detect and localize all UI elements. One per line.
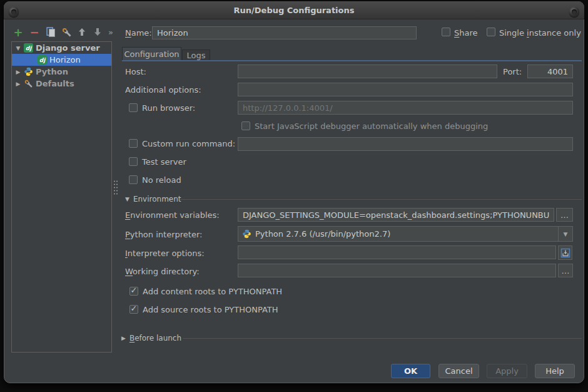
environment-section-toggle[interactable]: ▼ Environment — [125, 195, 181, 204]
chevron-right-icon: ▶ — [121, 335, 126, 341]
window-control-right-icon[interactable] — [569, 7, 579, 17]
start-js-debugger-checkbox[interactable]: ✓ — [241, 121, 250, 130]
share-checkbox[interactable]: ✓ — [442, 28, 450, 36]
run-debug-configurations-dialog: Run/Debug Configurations + − » ▼ dj Djan… — [0, 0, 588, 392]
wrench-icon — [24, 79, 33, 88]
tree-item-django-server[interactable]: ▼ dj Django server — [12, 42, 111, 54]
port-input[interactable]: 4001 — [527, 64, 573, 78]
chevron-down-icon[interactable]: ▼ — [558, 227, 572, 241]
ok-button[interactable]: OK — [391, 364, 430, 378]
add-icon[interactable]: + — [13, 26, 24, 38]
tab-logs[interactable]: Logs — [182, 49, 210, 60]
custom-run-command-input[interactable] — [238, 137, 573, 151]
help-button[interactable]: Help — [535, 364, 575, 378]
additional-options-label: Additional options: — [125, 85, 201, 95]
django-icon: dj — [24, 43, 33, 53]
run-browser-url-input[interactable]: http://127.0.0.1:4001/ — [238, 101, 573, 115]
before-launch-label: Before launch — [129, 334, 181, 343]
environment-variables-input[interactable]: DJANGO_SETTINGS_MODULE=openstack_dashboa… — [238, 208, 554, 222]
add-content-roots-label: Add content roots to PYTHONPATH — [143, 287, 282, 296]
single-instance-label: Single instance only — [499, 28, 581, 38]
tree-item-defaults[interactable]: ▶ Defaults — [12, 78, 111, 90]
custom-run-command-checkbox[interactable]: ✓ — [129, 139, 138, 148]
tree-item-label: Django server — [36, 43, 100, 53]
host-input[interactable] — [238, 64, 497, 78]
checkmark-icon: ✓ — [131, 286, 138, 295]
python-icon — [242, 229, 251, 239]
title-bar[interactable]: Run/Debug Configurations — [4, 1, 584, 19]
insert-macro-icon — [560, 248, 570, 258]
working-directory-browse-button[interactable]: … — [558, 264, 573, 277]
interpreter-options-input[interactable] — [238, 245, 556, 259]
tree-item-label: Horizon — [49, 55, 81, 64]
name-input[interactable]: Horizon — [152, 26, 417, 39]
python-interpreter-label: Python interpreter: — [125, 230, 202, 239]
port-label: Port: — [503, 67, 522, 76]
run-browser-checkbox[interactable]: ✓ — [129, 103, 138, 112]
test-server-checkbox[interactable]: ✓ — [129, 157, 138, 166]
apply-button[interactable]: Apply — [487, 364, 527, 378]
before-launch-section-line — [183, 338, 582, 339]
share-label: Share — [454, 28, 478, 38]
python-icon — [24, 67, 33, 76]
host-label: Host: — [125, 67, 146, 76]
interpreter-options-label: Interpreter options: — [125, 249, 205, 258]
cancel-button[interactable]: Cancel — [438, 364, 479, 378]
move-up-icon[interactable] — [76, 26, 88, 38]
environment-variables-browse-button[interactable]: … — [556, 208, 573, 222]
edit-defaults-icon[interactable] — [61, 26, 72, 38]
additional-options-input[interactable] — [238, 83, 573, 96]
no-reload-label: No reload — [142, 175, 181, 185]
environment-section-label: Environment — [133, 195, 181, 204]
dialog-title: Run/Debug Configurations — [4, 6, 584, 15]
add-source-roots-checkbox[interactable]: ✓ — [129, 305, 138, 314]
chevron-down-icon: ▼ — [125, 196, 129, 202]
environment-section-line — [180, 199, 582, 200]
tree-item-python[interactable]: ▶ Python — [12, 66, 111, 78]
chevron-right-icon[interactable]: ▶ — [15, 69, 21, 75]
copy-icon[interactable] — [45, 26, 56, 38]
tab-configuration[interactable]: Configuration — [122, 47, 181, 60]
custom-run-command-label: Custom run command: — [142, 139, 235, 148]
tree-item-label: Python — [36, 67, 68, 76]
no-reload-checkbox[interactable]: ✓ — [129, 175, 138, 184]
test-server-label: Test server — [142, 157, 186, 167]
tree-item-label: Defaults — [36, 79, 74, 88]
environment-variables-label: Environment variables: — [125, 210, 220, 220]
insert-macro-button[interactable] — [558, 245, 572, 260]
add-source-roots-label: Add source roots to PYTHONPATH — [143, 305, 278, 314]
tab-accent-line — [122, 60, 582, 61]
python-interpreter-select[interactable]: Python 2.7.6 (/usr/bin/python2.7) ▼ — [238, 226, 573, 242]
splitter-grip[interactable] — [113, 180, 118, 196]
run-browser-label: Run browser: — [142, 103, 195, 113]
before-launch-section-toggle[interactable]: ▶ Before launch — [121, 334, 181, 343]
tree-item-horizon[interactable]: dj Horizon — [12, 54, 111, 66]
single-instance-checkbox[interactable]: ✓ — [487, 28, 495, 36]
more-actions-icon[interactable]: » — [105, 26, 116, 38]
chevron-right-icon[interactable]: ▶ — [15, 81, 21, 87]
name-label: Name: — [125, 28, 152, 38]
add-content-roots-checkbox[interactable]: ✓ — [129, 287, 138, 296]
start-js-debugger-label: Start JavaScript debugger automatically … — [255, 121, 488, 131]
remove-icon[interactable]: − — [29, 26, 40, 38]
working-directory-input[interactable] — [238, 264, 556, 277]
working-directory-label: Working directory: — [125, 267, 200, 276]
django-icon: dj — [38, 55, 47, 64]
move-down-icon[interactable] — [92, 26, 103, 38]
checkmark-icon: ✓ — [131, 304, 138, 313]
chevron-down-icon[interactable]: ▼ — [15, 45, 21, 51]
